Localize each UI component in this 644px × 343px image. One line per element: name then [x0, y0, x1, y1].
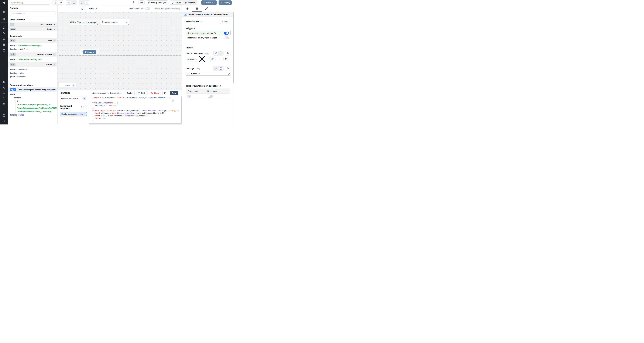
run-on-start-toggle[interactable]: [224, 32, 229, 34]
eval-mode-button[interactable]: f: [218, 66, 223, 70]
static-mode-button[interactable]: [214, 51, 218, 55]
resize-handle-icon[interactable]: [128, 24, 129, 25]
mobile-view-button[interactable]: [79, 0, 84, 4]
resource-select-widget[interactable]: Example resou...: [100, 19, 130, 25]
info-icon[interactable]: [178, 8, 180, 10]
folders-icon[interactable]: [2, 97, 5, 100]
fullscreen-button[interactable]: [71, 0, 76, 4]
component-b-header[interactable]: b Resource Select: [8, 52, 58, 56]
info-icon[interactable]: [81, 106, 82, 108]
zoom-out-button[interactable]: [60, 84, 64, 87]
clear-button[interactable]: Clear: [149, 91, 161, 96]
app-canvas[interactable]: Write Discord message: Example resou... …: [58, 12, 182, 90]
press-me-button[interactable]: Press me: [83, 50, 96, 54]
eval-mode-button[interactable]: f: [218, 51, 223, 55]
workers-bot-icon[interactable]: [2, 92, 5, 94]
add-resource-button[interactable]: [216, 57, 222, 61]
star-icon[interactable]: [2, 18, 5, 20]
redo-button[interactable]: [58, 0, 64, 4]
refresh-resource-button[interactable]: [224, 57, 229, 61]
docs-button[interactable]: [138, 0, 144, 5]
gear-icon[interactable]: [2, 86, 5, 89]
center-layout-button[interactable]: [66, 0, 71, 4]
tab-editor[interactable]: Editor: [170, 0, 183, 4]
close-icon[interactable]: [197, 54, 207, 64]
button-widget[interactable]: Press me: [80, 49, 99, 55]
component-c-header[interactable]: c Button: [8, 62, 58, 67]
schedules-calendar-icon[interactable]: [2, 49, 5, 52]
text-widget[interactable]: Write Discord message:: [70, 20, 98, 25]
cache-button[interactable]: Cache: [125, 91, 134, 96]
help-icon[interactable]: [2, 114, 5, 117]
hide-bar-toggle[interactable]: [145, 7, 150, 10]
more-menu-button[interactable]: [132, 1, 135, 4]
state-row[interactable]: state State: [8, 27, 58, 31]
runnable-item[interactable]: hub/1511/discord/se... c: [60, 96, 87, 101]
top-toolbar: Debug runs (23) Editor Preview Draft ⌘S: [8, 0, 234, 5]
refresh-count-button[interactable]: 1: [80, 6, 87, 11]
chevron-up-icon[interactable]: [53, 39, 56, 42]
schedule-dropdown[interactable]: once: [89, 8, 97, 10]
scrollbar-thumb[interactable]: [233, 12, 234, 84]
run-button[interactable]: Run: [170, 91, 178, 96]
component-a-header[interactable]: a Text: [8, 38, 58, 43]
recompute-c-toggle[interactable]: [208, 95, 213, 98]
bg0-row[interactable]: bg_0 Send a message to discord using web…: [8, 88, 58, 92]
plug-icon: [227, 52, 229, 54]
zoom-in-button[interactable]: [72, 84, 75, 87]
desktop-view-button[interactable]: [84, 0, 90, 4]
chevron-up-icon[interactable]: [53, 53, 56, 56]
windmill-logo-icon[interactable]: [2, 1, 6, 4]
chevron-up-icon[interactable]: [53, 63, 56, 66]
tab-style-brush-icon[interactable]: [205, 7, 208, 10]
undo-button[interactable]: [52, 0, 58, 4]
resource-value-select[interactable]: u/henri/te...: [186, 57, 208, 61]
window-scrollbar[interactable]: [232, 5, 234, 124]
search-outputs-input[interactable]: [10, 11, 56, 16]
resize-handle-icon[interactable]: [98, 54, 99, 55]
preview-label: Preview: [188, 2, 195, 4]
message-expr-editor[interactable]: 1 b.result: [186, 72, 230, 76]
tab-preview[interactable]: Preview: [183, 0, 197, 4]
pencil-icon[interactable]: [55, 89, 56, 90]
connect-plug-button[interactable]: [225, 51, 230, 56]
runnable-name-input[interactable]: [91, 91, 123, 96]
info-icon[interactable]: [214, 32, 216, 34]
bg-runnable-item-selected[interactable]: Send a message... bg_0: [60, 112, 87, 116]
runs-play-icon[interactable]: [2, 32, 5, 34]
add-transformer-button[interactable]: Add: [219, 19, 230, 24]
static-mode-button[interactable]: [214, 66, 218, 70]
recompute-toggle[interactable]: [224, 36, 229, 39]
user-icon[interactable]: [2, 81, 5, 84]
keyboard-icon[interactable]: [2, 11, 5, 14]
code-vertical-scrollbar[interactable]: [181, 96, 182, 123]
home-icon[interactable]: [2, 26, 5, 29]
variables-dollar-icon[interactable]: [2, 38, 5, 40]
tab-component-icon[interactable]: [196, 7, 198, 10]
chevron-down-icon[interactable]: [53, 28, 56, 30]
ctx-row[interactable]: ctx App Context: [8, 22, 58, 26]
bottom-horizontal-scrollbar[interactable]: [89, 124, 182, 124]
add-bg-runnable-button[interactable]: [83, 106, 87, 109]
code-editor[interactable]: import discordwebhook from "https://deno…: [91, 96, 182, 123]
expand-diagonal-icon[interactable]: [228, 73, 230, 75]
app-summary-input[interactable]: [10, 0, 50, 4]
draft-button[interactable]: Draft ⌘S: [201, 0, 217, 5]
chevron-down-icon[interactable]: [53, 23, 56, 26]
expand-sidebar-arrow-icon[interactable]: [2, 120, 5, 122]
deploy-button[interactable]: Deploy: [218, 0, 232, 5]
info-icon[interactable]: [219, 85, 221, 87]
audit-eye-icon[interactable]: [2, 103, 5, 106]
edit-resource-button[interactable]: [210, 57, 215, 61]
info-icon[interactable]: [200, 20, 202, 22]
refresh-code-button[interactable]: [162, 91, 168, 96]
tab-insert-plus-icon[interactable]: [186, 7, 189, 10]
close-icon[interactable]: [125, 21, 128, 23]
debug-runs-button[interactable]: Debug runs (23): [146, 0, 168, 5]
fork-button[interactable]: Fork: [136, 91, 148, 96]
connect-plug-button[interactable]: [225, 66, 230, 71]
copy-code-icon[interactable]: [172, 100, 174, 102]
pencil-icon: [215, 52, 217, 54]
resize-handle-icon[interactable]: [97, 24, 98, 25]
resources-boxes-icon[interactable]: [2, 43, 5, 46]
